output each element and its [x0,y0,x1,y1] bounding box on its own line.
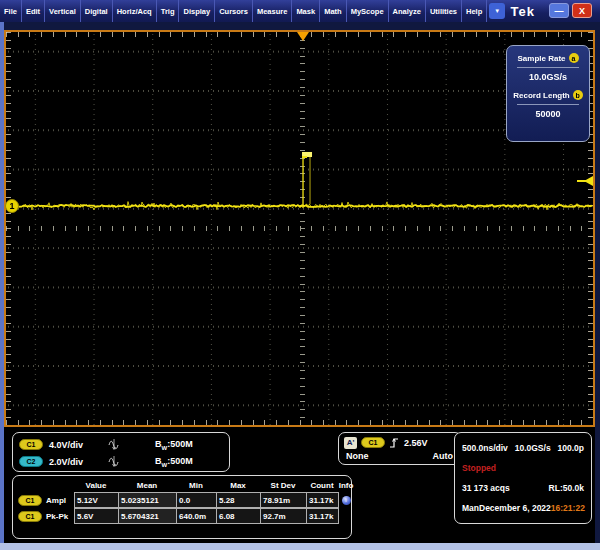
measurement-header-row: Value Mean Min Max St Dev Count Info [16,479,351,492]
record-length-label: Record Length [513,91,569,100]
measurement-name: Ampl [46,496,66,505]
time-readout: 16:21:22 [551,503,585,513]
trigger-position-marker[interactable] [297,32,309,41]
channel1-scale: 4.0V/div [49,440,101,450]
channel-readout-box[interactable]: C1 4.0V/div BW:500M C2 2.0V/div BW:500M [12,432,230,472]
header-mean: Mean [118,479,176,492]
divider [517,104,579,105]
trigger-readout-box[interactable]: A' C1 2.56V None Auto [338,432,462,465]
tek-logo: Tek [511,0,549,22]
measurement-table: Value Mean Min Max St Dev Count Info C1 … [12,475,352,539]
header-count: Count [306,479,338,492]
knob-badge-b: b [573,90,583,100]
trigger-type: None [346,451,369,461]
cell-value: 5.6V [74,508,119,524]
menu-item-myscope[interactable]: MyScope [347,0,389,22]
menu-item-cursors[interactable]: Cursors [215,0,253,22]
header-spacer [16,479,74,492]
cell-stdev: 78.91m [260,492,307,508]
menu-bar: File Edit Vertical Digital Horiz/Acq Tri… [0,0,600,22]
menu-item-file[interactable]: File [0,0,22,22]
acquisition-panel: Sample Rate a 10.0GS/s Record Length b 5… [506,45,590,142]
channel1-bandwidth: BW:500M [155,439,193,451]
cell-max: 6.08 [216,508,261,524]
menu-item-digital[interactable]: Digital [81,0,113,22]
menu-item-analyze[interactable]: Analyze [389,0,426,22]
menu-item-math[interactable]: Math [320,0,347,22]
channel2-bandwidth: BW:500M [155,456,193,468]
sample-rate-value: 10.0GS/s [507,72,589,82]
channel1-ground-marker[interactable]: 1 [5,199,19,213]
knob-badge-a: a [569,53,579,63]
sample-rate-readout: 10.0GS/s [515,443,551,453]
date-readout: December 6, 2022 [479,503,551,513]
trigger-level-value: 2.56V [404,438,428,448]
menu-item-mask[interactable]: Mask [292,0,320,22]
channel2-badge: C2 [19,456,43,467]
resolution-readout: 100.0p [558,443,584,453]
readout-panel: C1 4.0V/div BW:500M C2 2.0V/div BW:500M [4,427,595,543]
header-min: Min [176,479,216,492]
table-row: C1 Ampl 5.12V 5.0235121 0.0 5.28 78.91m … [16,492,351,508]
header-max: Max [216,479,260,492]
cell-max: 5.28 [216,492,261,508]
cell-min: 0.0 [176,492,217,508]
timebase-value: 500.0ns/div [462,443,508,453]
menu-item-trig[interactable]: Trig [157,0,180,22]
cell-value: 5.12V [74,492,119,508]
cell-mean: 5.6704321 [118,508,177,524]
record-length-value: 50000 [507,109,589,119]
timing-readout-box: 500.0ns/div 10.0GS/s 100.0p Stopped 31 1… [454,432,592,524]
close-button[interactable]: X [572,3,592,18]
header-stdev: St Dev [260,479,306,492]
row-channel-badge: C1 [18,495,42,506]
window-bottom-edge [0,543,600,550]
waveform-canvas [6,32,593,425]
acquisition-count: 31 173 acqs [462,483,510,493]
menu-item-horiz-acq[interactable]: Horiz/Acq [113,0,157,22]
channel1-readout[interactable]: C1 4.0V/div BW:500M [19,436,221,453]
measurement-name: Pk-Pk [46,512,68,521]
channel2-readout[interactable]: C2 2.0V/div BW:500M [19,453,221,470]
acquisition-status: Stopped [462,463,496,473]
scope-display: 1 Sample Rate a 10.0GS/s Record Length b… [4,30,595,427]
record-length-readout: RL:50.0k [549,483,584,493]
channel1-badge: C1 [19,439,43,450]
cell-info-empty [338,508,354,524]
sample-rate-label: Sample Rate [517,54,565,63]
trigger-level-arrow[interactable] [584,176,593,186]
trigger-mode-readout: Man [462,503,479,513]
menu-item-display[interactable]: Display [179,0,215,22]
divider [517,67,579,68]
menu-item-vertical[interactable]: Vertical [45,0,81,22]
chevron-down-icon: ▼ [494,8,500,14]
menu-overflow-button[interactable]: ▼ [489,3,505,19]
cell-count: 31.17k [306,492,339,508]
menu-item-edit[interactable]: Edit [22,0,45,22]
row-channel-badge: C1 [18,511,42,522]
cell-count: 31.17k [306,508,339,524]
menu-item-utilities[interactable]: Utilities [426,0,462,22]
coupling-icon [107,456,121,467]
menu-item-measure[interactable]: Measure [253,0,292,22]
coupling-icon [107,439,121,450]
cell-mean: 5.0235121 [118,492,177,508]
cell-stdev: 92.7m [260,508,307,524]
minimize-button[interactable]: — [549,3,569,18]
table-row: C1 Pk-Pk 5.6V 5.6704321 640.0m 6.08 92.7… [16,508,351,524]
info-icon[interactable]: i [342,496,351,505]
trigger-mode: Auto [433,451,454,461]
trigger-a-badge: A' [344,437,357,449]
header-value: Value [74,479,118,492]
trigger-source-badge: C1 [361,437,385,448]
menu-item-help[interactable]: Help [462,0,487,22]
header-info: Info [338,479,354,492]
cell-min: 640.0m [176,508,217,524]
rising-edge-icon [389,437,400,449]
channel2-scale: 2.0V/div [49,457,101,467]
